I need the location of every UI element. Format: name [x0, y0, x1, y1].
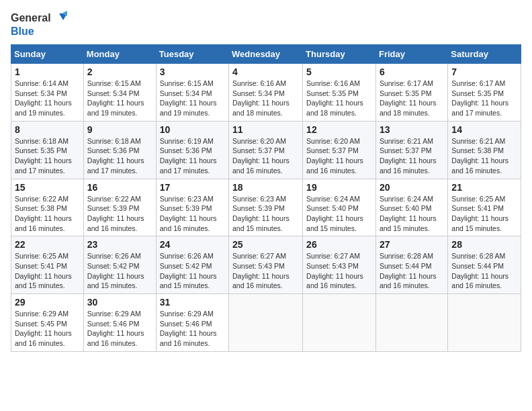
day-info: Sunrise: 6:17 AM Sunset: 5:35 PM Dayligh… [451, 79, 517, 118]
day-number: 28 [451, 239, 517, 250]
calendar-day-cell: 13Sunrise: 6:21 AM Sunset: 5:37 PM Dayli… [375, 121, 447, 179]
calendar-header-cell: Sunday [11, 45, 84, 64]
day-info: Sunrise: 6:29 AM Sunset: 5:46 PM Dayligh… [160, 309, 225, 349]
day-number: 24 [160, 239, 225, 250]
day-info: Sunrise: 6:29 AM Sunset: 5:46 PM Dayligh… [87, 309, 152, 349]
day-info: Sunrise: 6:27 AM Sunset: 5:43 PM Dayligh… [232, 251, 299, 291]
day-number: 1 [15, 66, 80, 77]
calendar-day-cell: 29Sunrise: 6:29 AM Sunset: 5:45 PM Dayli… [11, 294, 84, 352]
calendar-header-cell: Tuesday [156, 45, 228, 64]
day-info: Sunrise: 6:19 AM Sunset: 5:36 PM Dayligh… [160, 136, 225, 176]
day-info: Sunrise: 6:25 AM Sunset: 5:41 PM Dayligh… [15, 251, 80, 291]
calendar-day-cell: 28Sunrise: 6:28 AM Sunset: 5:44 PM Dayli… [448, 236, 521, 294]
day-number: 5 [306, 66, 372, 77]
calendar-day-cell: 20Sunrise: 6:24 AM Sunset: 5:40 PM Dayli… [375, 179, 447, 236]
day-number: 12 [306, 124, 372, 135]
calendar-week-row: 1Sunrise: 6:14 AM Sunset: 5:34 PM Daylig… [11, 64, 521, 122]
calendar-day-cell: 18Sunrise: 6:23 AM Sunset: 5:39 PM Dayli… [229, 179, 303, 236]
day-info: Sunrise: 6:23 AM Sunset: 5:39 PM Dayligh… [232, 194, 299, 234]
logo: General Blue [11, 11, 67, 38]
calendar-day-cell: 2Sunrise: 6:15 AM Sunset: 5:34 PM Daylig… [83, 64, 156, 122]
day-number: 26 [306, 239, 372, 250]
day-number: 9 [87, 124, 152, 135]
calendar-day-cell: 27Sunrise: 6:28 AM Sunset: 5:44 PM Dayli… [375, 236, 447, 294]
day-info: Sunrise: 6:29 AM Sunset: 5:45 PM Dayligh… [15, 309, 80, 349]
day-info: Sunrise: 6:25 AM Sunset: 5:41 PM Dayligh… [451, 194, 517, 234]
calendar-day-cell [229, 294, 303, 352]
day-number: 29 [15, 297, 80, 308]
day-number: 22 [15, 239, 80, 250]
day-info: Sunrise: 6:17 AM Sunset: 5:35 PM Dayligh… [380, 79, 444, 118]
day-number: 21 [451, 182, 517, 193]
calendar-day-cell: 26Sunrise: 6:27 AM Sunset: 5:43 PM Dayli… [303, 236, 376, 294]
day-info: Sunrise: 6:24 AM Sunset: 5:40 PM Dayligh… [306, 194, 372, 234]
calendar-header-cell: Thursday [303, 45, 376, 64]
page-header: General Blue [11, 11, 521, 38]
day-info: Sunrise: 6:14 AM Sunset: 5:34 PM Dayligh… [15, 79, 80, 118]
day-number: 10 [160, 124, 225, 135]
day-info: Sunrise: 6:20 AM Sunset: 5:37 PM Dayligh… [232, 136, 299, 176]
calendar-day-cell: 23Sunrise: 6:26 AM Sunset: 5:42 PM Dayli… [83, 236, 156, 294]
calendar-day-cell: 5Sunrise: 6:16 AM Sunset: 5:35 PM Daylig… [303, 64, 376, 122]
calendar-day-cell: 25Sunrise: 6:27 AM Sunset: 5:43 PM Dayli… [229, 236, 303, 294]
day-number: 15 [15, 182, 80, 193]
day-info: Sunrise: 6:27 AM Sunset: 5:43 PM Dayligh… [306, 251, 372, 291]
day-number: 8 [15, 124, 80, 135]
calendar-day-cell: 6Sunrise: 6:17 AM Sunset: 5:35 PM Daylig… [375, 64, 447, 122]
calendar-day-cell [375, 294, 447, 352]
calendar-week-row: 8Sunrise: 6:18 AM Sunset: 5:35 PM Daylig… [11, 121, 521, 179]
day-number: 31 [160, 297, 225, 308]
calendar-day-cell: 14Sunrise: 6:21 AM Sunset: 5:38 PM Dayli… [448, 121, 521, 179]
calendar-header-row: SundayMondayTuesdayWednesdayThursdayFrid… [11, 45, 521, 64]
calendar-day-cell: 16Sunrise: 6:22 AM Sunset: 5:39 PM Dayli… [83, 179, 156, 236]
day-number: 23 [87, 239, 152, 250]
day-info: Sunrise: 6:15 AM Sunset: 5:34 PM Dayligh… [87, 79, 152, 118]
day-info: Sunrise: 6:15 AM Sunset: 5:34 PM Dayligh… [160, 79, 225, 118]
calendar-day-cell: 19Sunrise: 6:24 AM Sunset: 5:40 PM Dayli… [303, 179, 376, 236]
day-info: Sunrise: 6:16 AM Sunset: 5:34 PM Dayligh… [232, 79, 299, 118]
day-info: Sunrise: 6:23 AM Sunset: 5:39 PM Dayligh… [160, 194, 225, 234]
day-number: 14 [451, 124, 517, 135]
day-number: 6 [380, 66, 444, 77]
calendar-week-row: 22Sunrise: 6:25 AM Sunset: 5:41 PM Dayli… [11, 236, 521, 294]
day-info: Sunrise: 6:18 AM Sunset: 5:36 PM Dayligh… [87, 136, 152, 176]
day-number: 13 [380, 124, 444, 135]
calendar-day-cell: 21Sunrise: 6:25 AM Sunset: 5:41 PM Dayli… [448, 179, 521, 236]
calendar-day-cell: 11Sunrise: 6:20 AM Sunset: 5:37 PM Dayli… [229, 121, 303, 179]
day-info: Sunrise: 6:28 AM Sunset: 5:44 PM Dayligh… [451, 251, 517, 291]
calendar-header-cell: Monday [83, 45, 156, 64]
calendar-day-cell: 9Sunrise: 6:18 AM Sunset: 5:36 PM Daylig… [83, 121, 156, 179]
calendar-day-cell [303, 294, 376, 352]
day-info: Sunrise: 6:21 AM Sunset: 5:37 PM Dayligh… [380, 136, 444, 176]
day-info: Sunrise: 6:16 AM Sunset: 5:35 PM Dayligh… [306, 79, 372, 118]
calendar-week-row: 15Sunrise: 6:22 AM Sunset: 5:38 PM Dayli… [11, 179, 521, 236]
logo-general-text: General [11, 12, 51, 24]
day-number: 16 [87, 182, 152, 193]
day-number: 27 [380, 239, 444, 250]
day-number: 11 [232, 124, 299, 135]
day-info: Sunrise: 6:26 AM Sunset: 5:42 PM Dayligh… [87, 251, 152, 291]
calendar-header-cell: Friday [375, 45, 447, 64]
day-info: Sunrise: 6:26 AM Sunset: 5:42 PM Dayligh… [160, 251, 225, 291]
day-number: 17 [160, 182, 225, 193]
day-number: 2 [87, 66, 152, 77]
calendar-day-cell [448, 294, 521, 352]
calendar-body: 1Sunrise: 6:14 AM Sunset: 5:34 PM Daylig… [11, 64, 521, 352]
day-number: 4 [232, 66, 299, 77]
day-number: 18 [232, 182, 299, 193]
day-info: Sunrise: 6:22 AM Sunset: 5:39 PM Dayligh… [87, 194, 152, 234]
day-info: Sunrise: 6:24 AM Sunset: 5:40 PM Dayligh… [380, 194, 444, 234]
calendar-table: SundayMondayTuesdayWednesdayThursdayFrid… [11, 44, 521, 352]
day-info: Sunrise: 6:22 AM Sunset: 5:38 PM Dayligh… [15, 194, 80, 234]
calendar-day-cell: 12Sunrise: 6:20 AM Sunset: 5:37 PM Dayli… [303, 121, 376, 179]
calendar-day-cell: 10Sunrise: 6:19 AM Sunset: 5:36 PM Dayli… [156, 121, 228, 179]
day-info: Sunrise: 6:28 AM Sunset: 5:44 PM Dayligh… [380, 251, 444, 291]
calendar-day-cell: 17Sunrise: 6:23 AM Sunset: 5:39 PM Dayli… [156, 179, 228, 236]
calendar-day-cell: 15Sunrise: 6:22 AM Sunset: 5:38 PM Dayli… [11, 179, 84, 236]
calendar-week-row: 29Sunrise: 6:29 AM Sunset: 5:45 PM Dayli… [11, 294, 521, 352]
calendar-day-cell: 1Sunrise: 6:14 AM Sunset: 5:34 PM Daylig… [11, 64, 84, 122]
day-number: 19 [306, 182, 372, 193]
day-number: 20 [380, 182, 444, 193]
calendar-day-cell: 4Sunrise: 6:16 AM Sunset: 5:34 PM Daylig… [229, 64, 303, 122]
logo-bird-icon [52, 11, 67, 26]
